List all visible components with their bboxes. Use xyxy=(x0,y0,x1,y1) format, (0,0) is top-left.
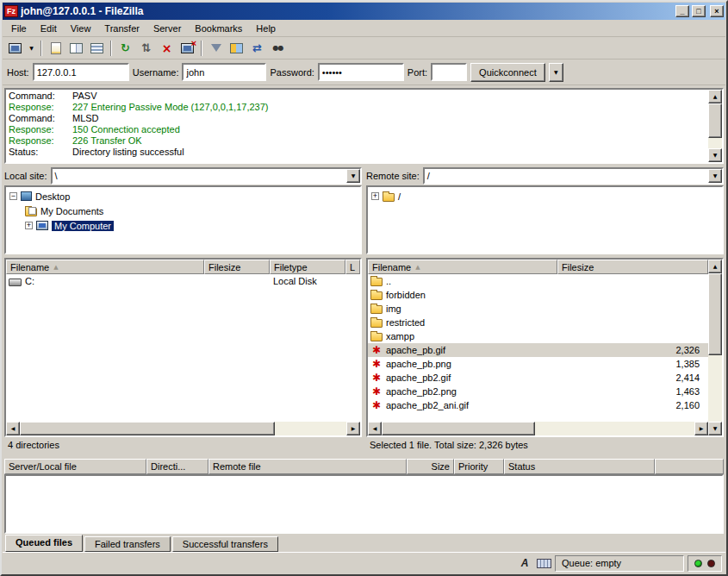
minimize-button[interactable]: _ xyxy=(675,5,689,17)
local-site-dropdown[interactable]: ▼ xyxy=(346,169,360,183)
local-site-combo[interactable]: \ ▼ xyxy=(51,167,362,185)
column-header-filesize[interactable]: Filesize xyxy=(204,260,270,274)
title-bar[interactable]: Fz john@127.0.0.1 - FileZilla _ □ × xyxy=(3,3,725,20)
scroll-right-button[interactable]: ▶ xyxy=(346,422,360,435)
tree-item-my-documents[interactable]: My Documents xyxy=(8,203,358,218)
local-status-text: 4 directories xyxy=(4,437,362,454)
refresh-button[interactable]: ↻ xyxy=(115,39,135,57)
log-text: MLSD xyxy=(72,113,99,124)
local-file-rows: C: Local Disk xyxy=(6,274,360,422)
remote-file-row[interactable]: .. xyxy=(368,274,708,288)
column-header-lastmodified[interactable]: L xyxy=(345,260,360,274)
quickconnect-dropdown[interactable]: ▼ xyxy=(549,63,563,82)
file-name-cell: img xyxy=(368,304,557,314)
folder-icon xyxy=(370,333,383,341)
filter-button[interactable] xyxy=(206,39,226,57)
remote-file-row[interactable]: img xyxy=(368,302,708,316)
scrollbar-thumb[interactable] xyxy=(20,422,275,435)
username-input[interactable] xyxy=(182,63,266,81)
scroll-down-button[interactable]: ▼ xyxy=(708,148,722,162)
password-input[interactable] xyxy=(318,63,404,81)
queue-column-direction[interactable]: Directi... xyxy=(146,459,208,474)
scrollbar-thumb[interactable] xyxy=(382,422,535,435)
queue-column-remote-file[interactable]: Remote file xyxy=(208,459,407,474)
remote-file-row[interactable]: ✱apache_pb2.png1,463 xyxy=(368,385,708,398)
menu-server[interactable]: Server xyxy=(146,22,188,35)
disconnect-button[interactable] xyxy=(177,39,197,57)
tree-item-desktop[interactable]: − Desktop xyxy=(8,189,358,203)
drive-icon xyxy=(9,279,22,286)
file-icon: ✱ xyxy=(370,399,383,411)
menu-view[interactable]: View xyxy=(64,22,98,35)
sync-browse-button[interactable]: ⇄ xyxy=(247,39,267,57)
local-file-row[interactable]: C: Local Disk xyxy=(6,274,360,288)
queue-column-priority[interactable]: Priority xyxy=(454,459,504,474)
tree-view-toggle[interactable] xyxy=(66,39,86,57)
queue-view-toggle[interactable] xyxy=(87,39,107,57)
find-files-button[interactable]: ●● xyxy=(268,39,288,57)
expand-icon[interactable]: + xyxy=(371,192,379,200)
close-button[interactable]: × xyxy=(710,5,724,17)
scroll-down-button[interactable]: ▼ xyxy=(708,422,722,435)
remote-file-row[interactable]: ✱apache_pb2.gif2,414 xyxy=(368,371,708,385)
column-header-filesize[interactable]: Filesize xyxy=(557,260,708,274)
compare-button[interactable] xyxy=(227,39,246,57)
port-label: Port: xyxy=(408,67,427,78)
queue-column-status[interactable]: Status xyxy=(504,459,655,474)
column-header-filetype[interactable]: Filetype xyxy=(270,260,345,274)
collapse-icon[interactable]: − xyxy=(9,192,17,200)
scroll-left-button[interactable]: ◀ xyxy=(368,422,382,435)
host-input[interactable] xyxy=(33,63,129,81)
scrollbar-thumb[interactable] xyxy=(708,273,722,355)
port-input[interactable] xyxy=(431,63,467,81)
tree-label-selected: My Computer xyxy=(52,221,114,231)
log-label: Command: xyxy=(9,91,72,102)
process-queue-button[interactable]: ⇅ xyxy=(136,39,156,57)
remote-file-row[interactable]: restricted xyxy=(368,316,708,329)
remote-site-dropdown[interactable]: ▼ xyxy=(708,169,722,183)
remote-file-row[interactable]: ✱apache_pb.png1,385 xyxy=(368,357,708,371)
scrollbar-thumb[interactable] xyxy=(708,103,722,138)
message-log-toggle[interactable] xyxy=(46,39,65,57)
header-label: L xyxy=(350,262,355,272)
queue-column-server-local[interactable]: Server/Local file xyxy=(4,459,146,474)
maximize-button[interactable]: □ xyxy=(692,5,706,17)
column-header-filename[interactable]: Filename▲ xyxy=(6,260,204,274)
queue-column-size[interactable]: Size xyxy=(407,459,454,474)
local-file-list-main: Filename▲ Filesize Filetype L C: Local D… xyxy=(6,260,360,435)
remote-file-row[interactable]: xampp xyxy=(368,329,708,343)
remote-file-row[interactable]: forbidden xyxy=(368,288,708,302)
remote-file-row-selected[interactable]: ✱apache_pb.gif2,326 xyxy=(368,343,708,357)
local-site-path: \ xyxy=(53,171,346,181)
scroll-up-button[interactable]: ▲ xyxy=(708,90,722,103)
quickconnect-button[interactable]: Quickconnect xyxy=(470,63,545,82)
tab-failed-transfers[interactable]: Failed transfers xyxy=(84,536,171,552)
remote-file-row[interactable]: ✱apache_pb2_ani.gif2,160 xyxy=(368,398,708,412)
log-label: Response: xyxy=(9,124,72,135)
scroll-left-button[interactable]: ◀ xyxy=(6,422,20,435)
file-size-cell: 2,326 xyxy=(557,345,708,355)
menu-transfer[interactable]: Transfer xyxy=(97,22,146,35)
log-line: Response:226 Transfer OK xyxy=(9,135,706,147)
menu-file[interactable]: File xyxy=(4,22,34,35)
site-manager-dropdown[interactable]: ▼ xyxy=(26,39,37,57)
menu-bookmarks[interactable]: Bookmarks xyxy=(188,22,249,35)
queue-list[interactable] xyxy=(4,474,724,534)
scroll-up-button[interactable]: ▲ xyxy=(708,260,722,273)
tab-successful-transfers[interactable]: Successful transfers xyxy=(172,536,278,552)
remote-site-combo[interactable]: / ▼ xyxy=(423,167,724,185)
arrow-left-icon: ◀ xyxy=(11,426,16,431)
file-name-cell: restricted xyxy=(368,317,557,328)
tree-item-my-computer[interactable]: + My Computer xyxy=(8,218,358,233)
menu-help[interactable]: Help xyxy=(249,22,283,35)
tab-queued-files[interactable]: Queued files xyxy=(5,535,83,552)
column-header-filename[interactable]: Filename▲ xyxy=(368,260,557,274)
tree-item-root[interactable]: + / xyxy=(370,189,720,203)
expand-icon[interactable]: + xyxy=(25,222,33,229)
cancel-button[interactable]: × xyxy=(157,39,177,57)
menu-edit[interactable]: Edit xyxy=(34,22,64,35)
file-name: .. xyxy=(386,276,391,286)
scroll-right-button[interactable]: ▶ xyxy=(694,422,708,435)
chevron-down-icon: ▼ xyxy=(554,70,558,75)
site-manager-button[interactable] xyxy=(5,39,25,57)
